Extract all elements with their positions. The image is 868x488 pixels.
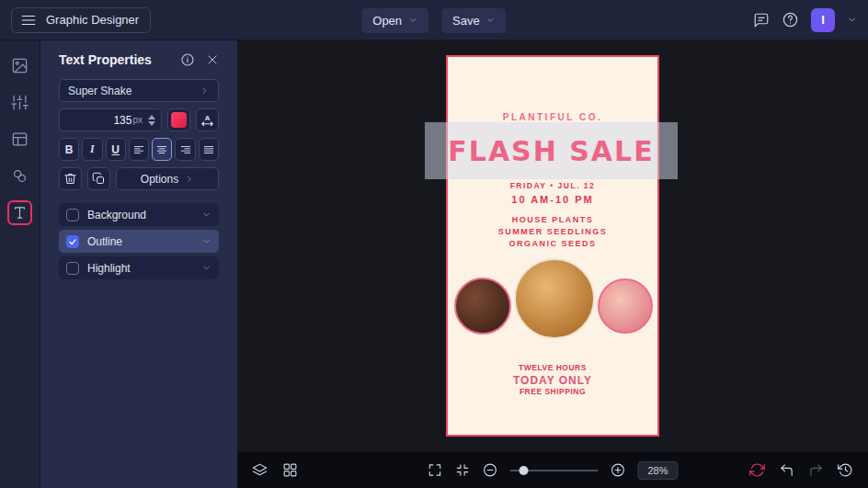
zoom-slider-knob[interactable] — [519, 466, 528, 475]
font-size-input[interactable]: 135 px — [59, 108, 162, 131]
flyer-date-text[interactable]: FRIDAY • JUL. 12 — [448, 181, 657, 190]
letter-spacing-button[interactable]: A — [196, 108, 219, 131]
flyer-item-1: HOUSE PLANTS — [448, 214, 657, 226]
section-outline[interactable]: Outline — [59, 230, 219, 253]
italic-button[interactable]: I — [82, 138, 102, 161]
actual-size-button[interactable] — [454, 462, 470, 478]
flyer-time-text[interactable]: 10 AM-10 PM — [448, 194, 657, 205]
zoom-out-button[interactable] — [482, 462, 497, 478]
layers-button[interactable] — [252, 462, 268, 478]
avatar-initial: I — [821, 13, 825, 27]
text-color-picker[interactable] — [167, 108, 190, 131]
refresh-icon — [749, 462, 765, 478]
sidebar-item-elements[interactable] — [7, 164, 32, 188]
delete-text-button[interactable] — [59, 167, 82, 190]
flyer-item-2: SUMMER SEEDLINGS — [448, 226, 657, 238]
font-family-select[interactable]: Super Shake — [59, 79, 219, 102]
chevron-down-icon — [201, 263, 211, 273]
sidebar-item-text[interactable] — [7, 200, 32, 225]
pages-grid-button[interactable] — [282, 462, 298, 478]
redo-button[interactable] — [808, 462, 824, 478]
sidebar-item-images[interactable] — [7, 53, 32, 78]
open-button[interactable]: Open — [361, 8, 428, 33]
align-justify-icon — [202, 143, 215, 156]
check-icon — [68, 237, 77, 246]
chevron-down-icon — [847, 15, 857, 25]
tool-rail — [0, 40, 40, 488]
zoom-controls: 28% — [427, 461, 678, 480]
align-center-button[interactable] — [152, 138, 172, 161]
underline-button[interactable]: U — [106, 138, 126, 161]
font-size-stepper[interactable] — [148, 115, 155, 126]
info-button[interactable] — [180, 52, 195, 67]
minus-circle-icon — [482, 462, 497, 478]
duplicate-icon — [92, 172, 106, 186]
sliders-icon — [11, 94, 29, 111]
bold-button[interactable]: B — [59, 138, 79, 161]
panel-title: Text Properties — [59, 52, 152, 67]
zoom-level-value: 28% — [647, 465, 668, 476]
layout-icon — [11, 131, 29, 148]
chevron-down-icon — [201, 236, 211, 246]
help-button[interactable] — [782, 11, 799, 28]
fit-to-screen-button[interactable] — [427, 462, 442, 478]
zoom-level-display[interactable]: 28% — [637, 461, 678, 480]
topbar-center-group: Open Save — [361, 0, 506, 40]
photo-macarons[interactable] — [598, 278, 653, 334]
outline-checkbox[interactable] — [66, 235, 79, 248]
sidebar-item-adjustments[interactable] — [7, 90, 32, 115]
text-properties-panel: Text Properties Super Shake 135 px — [40, 40, 237, 488]
flyer-footer-line-2: TODAY ONLY — [448, 374, 657, 387]
flyer-headline-text[interactable]: FLASH SALE — [448, 135, 654, 167]
background-checkbox[interactable] — [66, 209, 79, 221]
text-format-row: B I U — [59, 138, 219, 161]
chat-bubble-icon — [753, 12, 770, 28]
zoom-in-button[interactable] — [610, 462, 625, 478]
align-left-icon — [132, 143, 145, 156]
highlight-checkbox[interactable] — [66, 262, 79, 275]
chevron-right-icon — [200, 85, 210, 96]
flyer-footer-line-1: TWELVE HOURS — [448, 363, 657, 372]
flyer-items-text[interactable]: HOUSE PLANTS SUMMER SEEDLINGS ORGANIC SE… — [448, 214, 657, 250]
flyer-design[interactable]: PLANTIFUL CO. FRIDAY • JUL. 12 10 AM-10 … — [446, 55, 659, 437]
app-title: Graphic Designer — [46, 13, 139, 27]
save-button[interactable]: Save — [441, 8, 507, 33]
stepper-up-icon — [148, 115, 155, 119]
flyer-brand-text[interactable]: PLANTIFUL CO. — [448, 112, 657, 122]
photo-croissants[interactable] — [514, 258, 595, 339]
photo-brownies[interactable] — [454, 278, 511, 335]
color-swatch — [171, 112, 187, 128]
sidebar-item-templates[interactable] — [7, 127, 32, 152]
canvas-workspace: PLANTIFUL CO. FRIDAY • JUL. 12 10 AM-10 … — [237, 40, 868, 452]
zoom-slider[interactable] — [509, 464, 598, 477]
top-bar: Graphic Designer Open Save — [0, 0, 868, 40]
text-selection-highlight: FLASH SALE — [425, 122, 678, 179]
plus-circle-icon — [610, 462, 625, 478]
align-justify-button[interactable] — [199, 138, 219, 161]
options-label: Options — [141, 173, 178, 186]
align-left-button[interactable] — [129, 138, 149, 161]
section-background-label: Background — [87, 209, 146, 221]
close-panel-button[interactable] — [206, 53, 219, 66]
feedback-button[interactable] — [753, 12, 770, 28]
align-right-button[interactable] — [175, 138, 195, 161]
duplicate-text-button[interactable] — [87, 167, 110, 190]
hamburger-menu-icon[interactable] — [20, 12, 37, 28]
undo-button[interactable] — [779, 462, 794, 478]
section-background[interactable]: Background — [59, 203, 219, 226]
avatar[interactable]: I — [811, 8, 835, 32]
close-icon — [206, 53, 219, 66]
save-button-label: Save — [452, 14, 480, 28]
history-button[interactable] — [838, 462, 853, 478]
chevron-down-icon — [201, 210, 211, 220]
italic-label: I — [90, 142, 95, 156]
section-highlight[interactable]: Highlight — [59, 256, 219, 279]
reset-button[interactable] — [749, 462, 765, 478]
options-button[interactable]: Options — [116, 167, 219, 190]
bottom-left-group — [252, 462, 298, 478]
font-family-value: Super Shake — [68, 85, 131, 97]
flyer-footer-text[interactable]: TWELVE HOURS TODAY ONLY FREE SHIPPING — [448, 363, 657, 396]
account-menu-button[interactable] — [847, 15, 857, 25]
topbar-right-group: I — [753, 8, 857, 32]
app-menu-button[interactable]: Graphic Designer — [11, 7, 151, 33]
